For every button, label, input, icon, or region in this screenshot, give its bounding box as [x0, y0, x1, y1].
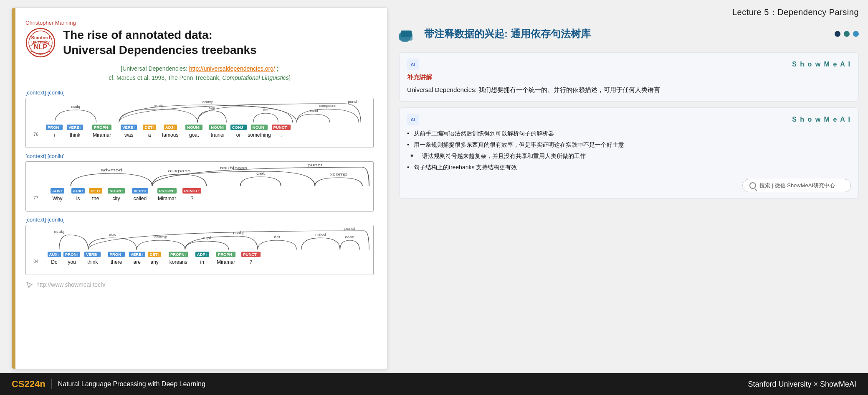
- cursor-icon: [25, 281, 33, 288]
- ud-link[interactable]: http://universaldependencies.org/: [189, 65, 275, 72]
- sent-num-84: 84: [33, 259, 45, 265]
- slide-accent-bar: [12, 8, 15, 369]
- word-76-0: PRON↑ i: [46, 125, 63, 138]
- stanford-logo: Stanford University NLP: [25, 28, 56, 58]
- context-label-76: [context] [conllu]: [25, 89, 374, 96]
- slide-panel: Christopher Manning Stanford University …: [12, 8, 387, 369]
- word-77-4: VERB↑ called: [129, 188, 152, 201]
- arc-svg-77: advmod auxpass det nsubjpass xcomp punct: [30, 165, 369, 188]
- card-bullets: AI S h o w M e A I 从前手工编写语法然后训练得到可以解析句子的…: [399, 107, 859, 199]
- svg-text:punct: punct: [307, 163, 322, 167]
- word-84-3: PRON↑ there: [105, 252, 128, 265]
- svg-text:compound: compound: [319, 104, 337, 108]
- ai-icon-2: AI: [407, 114, 419, 125]
- svg-rect-30: [401, 31, 412, 37]
- bullet-0: 从前手工编写语法然后训练得到可以解析句子的解析器: [407, 129, 851, 138]
- word-84-2: VERB↑ think: [81, 252, 104, 265]
- word-84-9: PUNCT↑ ?: [241, 252, 260, 265]
- svg-text:det: det: [263, 108, 268, 112]
- showmeai-label-2: S h o w M e A I: [792, 116, 851, 123]
- word-76-5: ADJ↑ famous: [159, 125, 182, 138]
- svg-text:nmod: nmod: [315, 232, 326, 236]
- svg-text:case: case: [345, 234, 354, 239]
- search-icon: [749, 182, 756, 189]
- word-76-1: VERB↑ think: [63, 125, 86, 138]
- sent-num-77: 77: [33, 195, 45, 201]
- bullet-3: 句子结构上的treebanks 支持结构更有效: [407, 163, 851, 172]
- word-76-9: NOUN↑ something: [248, 125, 271, 138]
- word-77-5: PROPN↑ Miramar: [152, 188, 182, 201]
- footer-url: http://www.showmeai.tech/: [36, 281, 106, 288]
- word-84-8: PROPN↑ Miramar: [211, 252, 240, 265]
- svg-text:advmod: advmod: [101, 168, 122, 172]
- bullet-1: 用一条规则捕捉很多东西真的很有效率，但是事实证明这在实践中不是一个好主意: [407, 140, 851, 150]
- svg-text:det: det: [256, 171, 265, 175]
- word-84-6: PROPN↑ koreans: [164, 252, 193, 265]
- svg-text:Stanford: Stanford: [31, 35, 50, 40]
- bottom-bar: CS224n Natural Language Processing with …: [0, 373, 868, 395]
- word-77-0: ADV↑ Why: [46, 188, 69, 201]
- word-77-1: AUX↑ is: [70, 188, 86, 201]
- lecture-title: Lecture 5：Dependency Parsing: [399, 7, 859, 18]
- slide-title: The rise of annotated data: Universal De…: [63, 28, 257, 58]
- dot-3: [853, 31, 859, 37]
- word-84-7: ADP↑ in: [194, 252, 210, 265]
- search-container: 搜索 | 微信 ShowMeAI研究中心: [407, 176, 851, 192]
- course-code: CS224n: [12, 379, 46, 390]
- showmeai-label-1: S h o w M e A I: [792, 61, 851, 68]
- word-77-2: DET↑ the: [87, 188, 104, 201]
- bottom-left: CS224n Natural Language Processing with …: [12, 379, 205, 390]
- right-panel: Lecture 5：Dependency Parsing 带注释数据的兴起: 通…: [395, 0, 868, 373]
- ai-icon-1: AI: [407, 59, 419, 70]
- slide-header: Stanford University NLP The rise of anno…: [25, 28, 374, 58]
- supplement-label: 补充讲解: [407, 74, 851, 82]
- word-76-4: DET↑ a: [141, 125, 158, 138]
- arc-svg-84: aux nsubj ccomp expl nsubj det nmod case: [30, 229, 369, 252]
- dot-1: [835, 31, 840, 37]
- word-77-3: NOUN↑ city: [105, 188, 128, 201]
- word-84-1: PRON↑ you: [63, 252, 80, 265]
- stanford-showmeai-text: Stanford University × ShowMeAI: [748, 380, 856, 388]
- word-76-8: CONJ↑ or: [230, 125, 247, 138]
- svg-text:nsubj: nsubj: [71, 104, 80, 109]
- arc-svg-76: nsubj ccomp nsubj cop det amod compound: [30, 102, 369, 125]
- section-icon: [399, 25, 419, 43]
- section-header: 带注释数据的兴起: 通用依存句法树库: [399, 25, 859, 43]
- dep-box-76: nsubj ccomp nsubj cop det amod compound: [25, 98, 374, 148]
- word-76-7: NOUN↑ trainer: [206, 125, 229, 138]
- bottom-divider: [51, 379, 52, 389]
- card1-header: AI S h o w M e A I: [407, 59, 851, 70]
- dot-2: [844, 31, 850, 37]
- svg-text:nsubj: nsubj: [233, 230, 243, 234]
- word-77-6: PUNCT↑ ?: [182, 188, 201, 201]
- svg-text:ccomp: ccomp: [202, 100, 213, 104]
- word-84-0: AUX↑ Do: [46, 252, 63, 265]
- card2-header: AI S h o w M e A I: [407, 114, 851, 125]
- bullet-list: 从前手工编写语法然后训练得到可以解析句子的解析器 用一条规则捕捉很多东西真的很有…: [407, 129, 851, 172]
- svg-text:NLP: NLP: [34, 43, 47, 51]
- context-label-84: [context] [conllu]: [25, 217, 374, 223]
- svg-text:nsubj: nsubj: [54, 229, 64, 233]
- word-76-6: NOUN↑ goat: [182, 125, 205, 138]
- search-placeholder: 搜索 | 微信 ShowMeAI研究中心: [759, 182, 835, 189]
- bullet-2-sub: 语法规则符号越来越复杂，并且没有共享和重用人类所做的工作: [410, 151, 851, 161]
- svg-text:auxpass: auxpass: [168, 168, 190, 173]
- svg-text:punct: punct: [348, 99, 357, 104]
- card1-text: Universal Dependencies: 我们想要拥有一个统一的、并行的依…: [407, 85, 851, 95]
- course-name: Natural Language Processing with Deep Le…: [58, 380, 205, 388]
- svg-text:nsubj: nsubj: [154, 104, 162, 108]
- dep-box-84: aux nsubj ccomp expl nsubj det nmod case: [25, 225, 374, 275]
- card-supplement: AI S h o w M e A I 补充讲解 Universal Depend…: [399, 52, 859, 102]
- sent-num-76: 76: [33, 132, 45, 138]
- search-bar[interactable]: 搜索 | 微信 ShowMeAI研究中心: [742, 179, 851, 192]
- context-label-77: [context] [conllu]: [25, 153, 374, 159]
- slide-footer: http://www.showmeai.tech/: [25, 281, 374, 288]
- word-76-3: VERB↑ was: [117, 125, 140, 138]
- word-84-4: VERB↑ are: [129, 252, 145, 265]
- svg-text:xcomp: xcomp: [329, 172, 347, 176]
- word-76-10: PUNCT↑ .: [272, 125, 291, 138]
- word-84-5: DET↑ any: [146, 252, 163, 265]
- svg-text:punct: punct: [344, 226, 355, 230]
- slide-refs: [Universal Dependencies: http://universa…: [25, 64, 374, 83]
- slide-author: Christopher Manning: [25, 20, 374, 26]
